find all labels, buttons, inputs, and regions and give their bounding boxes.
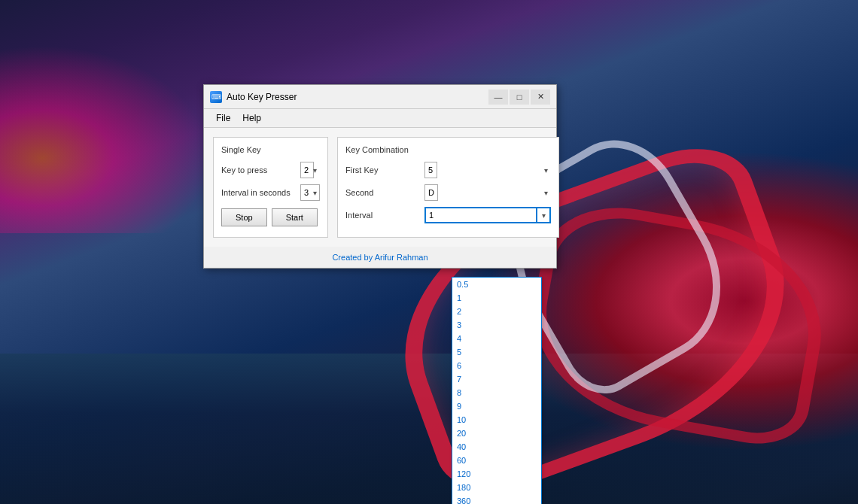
dropdown-option-40[interactable]: 40 <box>452 440 541 454</box>
title-bar-left: ⌨ Auto Key Presser <box>210 91 297 103</box>
interval-dropdown-arrow[interactable]: ▾ <box>537 207 551 223</box>
close-button[interactable]: ✕ <box>531 90 550 105</box>
window-content: Single Key Key to press 2 A B C Interval… <box>204 128 556 247</box>
app-icon: ⌨ <box>210 91 222 103</box>
creator-link[interactable]: Created by Arifur Rahman <box>332 253 427 262</box>
stop-button[interactable]: Stop <box>221 208 267 226</box>
sunset-glow <box>0 45 211 233</box>
dropdown-option-180[interactable]: 180 <box>452 481 541 494</box>
second-key-row: Second D A B C E <box>345 184 551 201</box>
first-key-label: First Key <box>345 165 424 175</box>
dropdown-option-9[interactable]: 9 <box>452 399 541 413</box>
dropdown-option-20[interactable]: 20 <box>452 427 541 440</box>
interval-dropdown-list: 0.5 1 2 3 4 5 6 7 8 9 10 20 40 60 120 18… <box>452 277 542 504</box>
key-to-press-wrapper: 2 A B C <box>300 162 320 178</box>
footer: Created by Arifur Rahman <box>204 247 556 268</box>
dropdown-option-3[interactable]: 3 <box>452 318 541 332</box>
title-bar: ⌨ Auto Key Presser — □ ✕ <box>204 85 556 109</box>
first-key-wrapper: 5 1 2 3 4 <box>424 162 551 178</box>
dropdown-option-7[interactable]: 7 <box>452 372 541 386</box>
dropdown-option-2[interactable]: 2 <box>452 305 541 318</box>
dropdown-option-0.5[interactable]: 0.5 <box>452 278 541 291</box>
menu-bar: File Help <box>204 109 556 128</box>
combination-interval-wrapper: ▾ <box>424 207 551 223</box>
window-title: Auto Key Presser <box>227 92 297 102</box>
second-key-wrapper: D A B C E <box>424 184 551 201</box>
dropdown-option-6[interactable]: 6 <box>452 359 541 372</box>
maximize-button[interactable]: □ <box>510 90 529 105</box>
menu-help[interactable]: Help <box>236 111 267 126</box>
dropdown-option-120[interactable]: 120 <box>452 467 541 481</box>
single-key-panel: Single Key Key to press 2 A B C Interval… <box>213 137 328 238</box>
minimize-button[interactable]: — <box>488 90 508 105</box>
key-combination-panel: Key Combination First Key 5 1 2 3 4 Seco… <box>337 137 559 238</box>
dropdown-option-1[interactable]: 1 <box>452 291 541 305</box>
dropdown-option-10[interactable]: 10 <box>452 413 541 427</box>
dropdown-option-4[interactable]: 4 <box>452 332 541 345</box>
interval-select[interactable]: 3 0.5 1 2 4 5 <box>300 184 320 201</box>
key-to-press-row: Key to press 2 A B C <box>221 162 320 178</box>
key-to-press-label: Key to press <box>221 165 300 175</box>
menu-file[interactable]: File <box>210 111 236 126</box>
interval-label: Interval in seconds <box>221 188 300 197</box>
app-window: ⌨ Auto Key Presser — □ ✕ File Help Singl… <box>203 84 557 269</box>
combination-interval-label: Interval <box>345 211 424 220</box>
single-key-panel-title: Single Key <box>221 145 320 154</box>
dropdown-option-5[interactable]: 5 <box>452 345 541 359</box>
dropdown-option-60[interactable]: 60 <box>452 454 541 467</box>
first-key-row: First Key 5 1 2 3 4 <box>345 162 551 178</box>
title-bar-buttons: — □ ✕ <box>488 90 550 105</box>
combination-interval-row: Interval ▾ <box>345 207 551 223</box>
key-to-press-select[interactable]: 2 A B C <box>300 162 314 178</box>
key-combination-title: Key Combination <box>345 145 551 154</box>
button-row: Stop Start <box>221 208 320 226</box>
start-button[interactable]: Start <box>272 208 318 226</box>
interval-wrapper: 3 0.5 1 2 4 5 <box>300 184 320 201</box>
second-key-label: Second <box>345 188 424 197</box>
dropdown-option-360[interactable]: 360 <box>452 494 541 504</box>
first-key-select[interactable]: 5 1 2 3 4 <box>424 162 437 178</box>
interval-row: Interval in seconds 3 0.5 1 2 4 5 <box>221 184 320 201</box>
dropdown-option-8[interactable]: 8 <box>452 386 541 399</box>
combination-interval-input[interactable] <box>424 207 537 223</box>
second-key-select[interactable]: D A B C E <box>424 184 438 201</box>
